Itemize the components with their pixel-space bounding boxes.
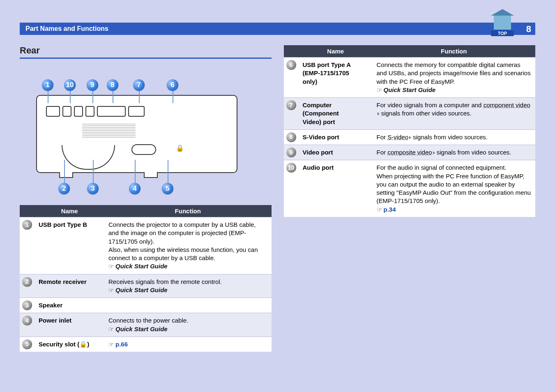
callout-3: 3 (87, 183, 99, 194)
row-func: For S-video signals from video sources. (373, 129, 536, 145)
col-blank (20, 205, 35, 217)
table-row: 1 USB port Type B Connects the projector… (20, 217, 272, 274)
row-name: S-Video port (299, 129, 373, 145)
table-row: 6 USB port Type A (EMP-1715/1705 only) C… (284, 58, 536, 98)
row-name: Computer (Component Video) port (299, 98, 373, 130)
row-name: USB port Type B (35, 217, 104, 274)
callout-2: 2 (58, 183, 70, 194)
row-func: Receives signals from the remote control… (104, 274, 272, 298)
lock-icon: (🔒) (77, 341, 89, 348)
row-name: Speaker (35, 298, 104, 313)
row-name: Audio port (299, 160, 373, 217)
right-column: Name Function 6 USB port Type A (EMP-171… (284, 45, 536, 376)
glossary-svideo[interactable]: S-video (387, 134, 411, 141)
home-icon (494, 15, 511, 30)
speaker-grille (82, 124, 136, 138)
projector-body: 🔒 (36, 95, 237, 173)
link-p34[interactable]: p.34 (384, 206, 396, 213)
row-bullet: 6 (286, 60, 296, 70)
callout-7: 7 (133, 79, 145, 91)
table-row: 10 Audio port For the audio in signal of… (284, 160, 536, 217)
callout-8: 8 (107, 79, 118, 91)
foot-left (59, 172, 73, 178)
callout-1: 1 (42, 79, 53, 91)
port-video (74, 106, 83, 117)
table-row: 2 Remote receiver Receives signals from … (20, 274, 272, 298)
foot-right (144, 172, 158, 178)
page: Part Names and Functions 8 TOP Rear (0, 0, 555, 392)
callout-4: 4 (129, 183, 140, 194)
callout-5: 5 (162, 183, 173, 194)
section-rule (20, 58, 272, 59)
row-bullet: 4 (22, 316, 32, 325)
parts-table-right: Name Function 6 USB port Type A (EMP-171… (284, 45, 536, 217)
port-usb-b (46, 106, 60, 117)
col-function: Function (373, 45, 536, 58)
table-row: 9 Video port For composite video signals… (284, 145, 536, 160)
row-name: USB port Type A (EMP-1715/1705 only) (299, 58, 373, 98)
table-row: 4 Power inlet Connects to the power cabl… (20, 313, 272, 337)
callout-6: 6 (167, 79, 178, 91)
col-name: Name (299, 45, 373, 58)
row-func: For the audio in signal of connected equ… (373, 160, 536, 217)
row-bullet: 10 (286, 163, 296, 173)
col-name: Name (35, 205, 104, 217)
left-column: Rear 🔒 (20, 45, 272, 376)
link-p66[interactable]: p.66 (115, 341, 128, 348)
row-func: Connects to the power cable. Quick Start… (104, 313, 272, 337)
row-bullet: 2 (22, 277, 32, 287)
table-row: 8 S-Video port For S-video signals from … (284, 129, 536, 145)
section-title-rear: Rear (20, 45, 272, 56)
header-title: Part Names and Functions (25, 25, 108, 32)
parts-table-left: Name Function 1 USB port Type B Connects… (20, 205, 272, 352)
row-name: Power inlet (35, 313, 104, 337)
row-func (104, 298, 272, 313)
row-func: Connects the memory for compatible digit… (373, 58, 536, 98)
row-func: For composite video signals from video s… (373, 145, 536, 160)
rear-diagram: 🔒 1 10 9 8 7 6 2 3 4 5 (20, 66, 250, 198)
remote-receiver-area (62, 145, 115, 170)
row-func: For video signals from a computer and co… (373, 98, 536, 130)
power-inlet-drawing (131, 144, 156, 155)
port-svideo (85, 106, 94, 117)
table-row: 5 Security slot (🔒) p.66 (20, 337, 272, 352)
header-bar: Part Names and Functions (20, 23, 535, 35)
row-name: Video port (299, 145, 373, 160)
row-bullet: 8 (286, 132, 296, 142)
row-bullet: 9 (286, 148, 296, 157)
security-slot-icon: 🔒 (176, 144, 184, 152)
content-area: Rear 🔒 (20, 45, 535, 376)
glossary-composite-video[interactable]: composite video (387, 149, 435, 156)
table-row: 3 Speaker (20, 298, 272, 313)
row-name: Security slot (🔒) (35, 337, 104, 352)
col-blank (284, 45, 299, 58)
page-number: 8 (526, 24, 531, 35)
row-bullet: 7 (286, 100, 296, 110)
port-computer (97, 106, 126, 117)
top-label: TOP (491, 30, 514, 36)
row-func: Connects the projector to a computer by … (104, 217, 272, 274)
table-row: 7 Computer (Component Video) port For vi… (284, 98, 536, 130)
row-bullet: 3 (22, 300, 32, 310)
row-name: Remote receiver (35, 274, 104, 298)
port-usb-a (128, 106, 145, 117)
top-icon[interactable]: TOP (491, 15, 514, 37)
callout-9: 9 (87, 79, 98, 91)
row-bullet: 1 (22, 220, 32, 230)
row-func: p.66 (104, 337, 272, 352)
port-row-top (46, 103, 177, 120)
port-audio (62, 106, 71, 117)
row-bullet: 5 (22, 339, 32, 349)
col-function: Function (104, 205, 272, 217)
callout-10: 10 (64, 79, 76, 91)
